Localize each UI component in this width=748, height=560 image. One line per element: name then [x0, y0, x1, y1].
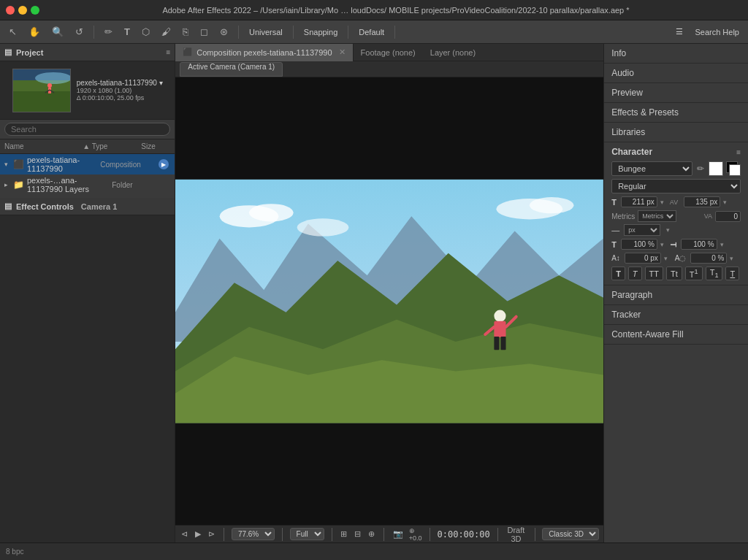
tool-arrow[interactable]: ↖	[4, 24, 21, 40]
style-super[interactable]: T1	[685, 266, 703, 280]
content-aware-item[interactable]: Content-Aware Fill	[604, 325, 748, 345]
audio-panel-item[interactable]: Audio	[604, 64, 748, 83]
style-small-caps[interactable]: Tt	[666, 266, 682, 280]
prev-frame-btn[interactable]: ⊲	[180, 528, 189, 540]
viewer-sep-6	[497, 528, 498, 541]
preview-panel-item[interactable]: Preview	[604, 83, 748, 103]
play-btn[interactable]: ▶	[194, 528, 202, 540]
mask-btn[interactable]: ⊕	[367, 528, 376, 540]
viewer-sep-2	[282, 528, 283, 541]
effect-controls-icon: ▤	[4, 202, 12, 211]
project-panel-icon: ▤	[4, 47, 12, 57]
composition-canvas	[175, 77, 603, 525]
tracker-item[interactable]: Tracker	[604, 305, 748, 325]
col-type-header: ▲ Type	[83, 142, 141, 150]
viewer-sep-7	[535, 528, 535, 541]
font-color-swatch[interactable]	[709, 161, 723, 176]
project-item-comp[interactable]: ▾ ⬛ pexels-tatiana-11137990 Composition …	[0, 154, 175, 174]
quality-select[interactable]: Full	[290, 528, 324, 540]
effect-controls-title: Effect Controls	[16, 202, 74, 211]
project-panel-title: Project	[16, 48, 43, 57]
project-search-area	[0, 120, 175, 139]
tool-brush[interactable]: 🖌	[157, 24, 175, 40]
toolbar-sep-3	[293, 26, 294, 39]
project-search-input[interactable]	[4, 123, 170, 136]
style-sub[interactable]: T1	[706, 266, 723, 280]
comp-icon: ⬛	[13, 159, 24, 169]
close-button[interactable]	[6, 6, 15, 15]
effect-controls-area	[0, 215, 175, 542]
universal-btn[interactable]: Universal	[245, 24, 287, 40]
style-underline[interactable]: T	[725, 266, 739, 280]
info-panel-item[interactable]: Info	[604, 44, 748, 64]
font-size-input[interactable]	[621, 196, 657, 207]
comp-name[interactable]: pexels-tatiana-11137990 ▾	[77, 79, 163, 87]
zoom-select[interactable]: 77.6%	[232, 528, 275, 540]
next-frame-btn[interactable]: ⊳	[207, 528, 216, 540]
comp-tab-main[interactable]: ⬛ Composition pexels-tatiana-11137990 ✕	[175, 44, 353, 61]
character-menu-btn[interactable]: ≡	[736, 148, 741, 156]
project-item-comp-name: pexels-tatiana-11137990	[27, 156, 100, 173]
maximize-button[interactable]	[31, 6, 39, 15]
style-select[interactable]: Regular	[611, 179, 741, 193]
guides-btn[interactable]: ⊟	[353, 528, 362, 540]
kerning-value-input[interactable]	[715, 211, 741, 222]
metrics-select[interactable]: Metrics	[638, 210, 676, 222]
project-item-folder[interactable]: ▸ 📁 pexels-…ana-11137990 Layers Folder	[0, 174, 175, 195]
tool-clone[interactable]: ⎘	[178, 24, 193, 40]
toolbar-sep-4	[348, 26, 348, 39]
paragraph-item[interactable]: Paragraph	[604, 285, 748, 305]
style-bold[interactable]: T	[611, 266, 625, 280]
baseline-unit: ▾	[664, 255, 668, 262]
scale-v-input[interactable]	[681, 239, 717, 250]
style-all-caps[interactable]: TT	[645, 266, 663, 280]
font-select[interactable]: Bungee	[611, 161, 692, 176]
svg-point-4	[47, 83, 52, 88]
viewer-timecode[interactable]: 0:00:00:00	[437, 529, 489, 540]
comp-tab-close[interactable]: ✕	[339, 47, 346, 57]
menu-btn[interactable]: ☰	[671, 24, 687, 40]
leading-select[interactable]: px	[624, 224, 660, 236]
tool-pen[interactable]: ✏	[100, 24, 117, 40]
search-help[interactable]: Search Help	[690, 24, 744, 40]
tsukuri-input[interactable]	[690, 253, 727, 264]
tracking-input[interactable]	[684, 196, 720, 207]
grid-btn[interactable]: ⊞	[339, 528, 348, 540]
col-name-header: Name	[4, 142, 83, 150]
right-panel: Info Audio Preview Effects & Presets Lib…	[603, 44, 748, 542]
tool-puppet[interactable]: ⊛	[215, 24, 232, 40]
renderer-select[interactable]: Classic 3D	[542, 528, 599, 540]
scale-h-input[interactable]	[621, 239, 657, 250]
minimize-button[interactable]	[18, 6, 27, 15]
baseline-icon: A↕	[611, 254, 620, 262]
project-panel-menu[interactable]: ≡	[166, 48, 170, 56]
toolbar-sep-5	[394, 26, 395, 39]
middle-status-bar: 8 bpc	[0, 542, 748, 560]
tool-hand[interactable]: ✋	[24, 24, 45, 40]
col-size-header: Size	[141, 142, 170, 150]
draft-3d-btn[interactable]: Draft 3D	[505, 524, 527, 545]
active-camera-tab[interactable]: Active Camera (Camera 1)	[180, 62, 283, 77]
expand-arrow-folder: ▸	[4, 181, 13, 188]
size-unit: ▾	[660, 199, 664, 206]
kerning-icons: AV	[670, 199, 678, 206]
style-italic[interactable]: T	[628, 266, 642, 280]
tool-rotate[interactable]: ↺	[71, 24, 88, 40]
tool-zoom[interactable]: 🔍	[47, 24, 68, 40]
font-eyedropper[interactable]: ✏	[695, 162, 706, 175]
tool-type[interactable]: T	[120, 24, 134, 40]
snapping-btn[interactable]: Snapping	[299, 24, 343, 40]
tool-shape[interactable]: ⬡	[137, 24, 154, 40]
viewer-sep-4	[383, 528, 384, 541]
viewer-sep-5	[430, 528, 430, 541]
snapshot-btn[interactable]: 📷	[392, 528, 405, 540]
leading-row: — px ▾	[611, 224, 741, 236]
default-btn[interactable]: Default	[354, 24, 389, 40]
effects-presets-item[interactable]: Effects & Presets	[604, 103, 748, 123]
baseline-input[interactable]	[625, 253, 661, 264]
font-fg-swatch[interactable]	[729, 164, 741, 176]
tool-eraser[interactable]: ◻	[196, 24, 213, 40]
font-row: Bungee ✏	[611, 161, 741, 176]
canvas-scene	[175, 77, 603, 525]
libraries-item[interactable]: Libraries	[604, 123, 748, 142]
